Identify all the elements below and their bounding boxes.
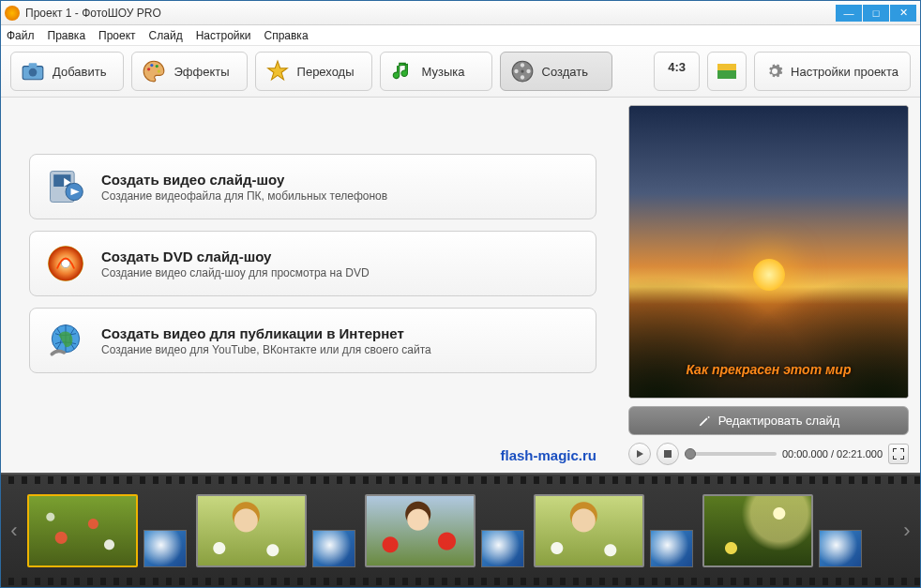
svg-point-6 xyxy=(158,69,160,72)
tab-transitions-label: Переходы xyxy=(297,65,355,79)
play-button[interactable] xyxy=(628,443,651,465)
seek-thumb[interactable] xyxy=(685,448,696,460)
menu-edit[interactable]: Правка xyxy=(48,29,86,42)
option-create-dvd[interactable]: Создать DVD слайд-шоу Создание видео сла… xyxy=(29,231,596,296)
content-area: Создать видео слайд-шоу Создание видеофа… xyxy=(1,98,920,473)
timeline-scroll-right[interactable]: › xyxy=(898,519,916,543)
slide-caption: Как прекрасен этот мир xyxy=(629,362,908,377)
svg-point-8 xyxy=(520,63,523,67)
stop-icon xyxy=(664,450,672,458)
window-title: Проект 1 - ФотоШОУ PRO xyxy=(25,7,835,20)
tab-music[interactable]: Музыка xyxy=(380,52,492,91)
svg-point-11 xyxy=(514,69,518,73)
svg-point-5 xyxy=(156,65,159,68)
option-title: Создать DVD слайд-шоу xyxy=(101,249,370,264)
tab-create-label: Создать xyxy=(542,65,588,79)
slide-thumbnail[interactable]: 1612.0 xyxy=(534,494,644,567)
play-icon xyxy=(635,449,644,459)
tab-effects[interactable]: Эффекты xyxy=(131,52,247,91)
option-desc: Создание видеофайла для ПК, мобильных те… xyxy=(101,189,387,203)
pencil-icon xyxy=(698,415,711,428)
option-desc: Создание видео слайд-шоу для просмотра н… xyxy=(101,266,370,279)
menu-settings[interactable]: Настройки xyxy=(196,29,251,42)
maximize-button[interactable]: □ xyxy=(863,5,889,22)
svg-rect-2 xyxy=(29,63,38,67)
aspect-ratio-button[interactable]: 4:3 xyxy=(654,52,700,91)
svg-point-3 xyxy=(147,68,150,70)
svg-rect-15 xyxy=(717,70,736,79)
background-button[interactable] xyxy=(707,52,747,91)
transition-thumbnail[interactable]: 2.0 xyxy=(143,530,187,567)
menu-slide[interactable]: Слайд xyxy=(149,29,183,42)
close-button[interactable]: ✕ xyxy=(890,5,916,22)
slide-thumbnail[interactable]: 1514.0 xyxy=(365,494,476,567)
option-title: Создать видео для публикации в Интернет xyxy=(101,325,431,341)
globe-icon xyxy=(45,320,86,361)
stop-button[interactable] xyxy=(657,443,679,465)
svg-rect-14 xyxy=(717,64,736,70)
slide-thumbnail[interactable]: 1310.0 xyxy=(27,494,138,567)
svg-rect-23 xyxy=(664,450,672,458)
timeline: ‹ 1310.02.01413.07.01514.07.01612.05.017… xyxy=(1,473,920,587)
fullscreen-icon xyxy=(893,448,904,460)
transition-thumbnail[interactable]: 5.0 xyxy=(819,530,862,567)
slide-group: 1612.05.0 xyxy=(534,494,693,567)
reel-icon xyxy=(510,59,535,83)
tab-music-label: Музыка xyxy=(422,65,465,79)
svg-point-9 xyxy=(526,69,530,73)
menu-file[interactable]: Файл xyxy=(7,29,35,42)
slide-group: 1514.07.0 xyxy=(365,494,524,567)
edit-slide-button[interactable]: Редактировать слайд xyxy=(628,406,909,435)
project-settings-button[interactable]: Настройки проекта xyxy=(754,52,911,91)
create-options-panel: Создать видео слайд-шоу Создание видеофа… xyxy=(1,98,625,473)
slide-group: 1413.07.0 xyxy=(196,494,355,567)
project-settings-label: Настройки проекта xyxy=(791,65,898,79)
slide-thumbnail[interactable]: 1413.0 xyxy=(196,494,307,567)
transition-thumbnail[interactable]: 7.0 xyxy=(481,530,524,567)
time-display: 00:00.000 / 02:21.000 xyxy=(782,448,883,460)
picture-icon xyxy=(717,64,736,79)
star-icon xyxy=(265,59,290,83)
svg-rect-17 xyxy=(53,174,70,187)
tab-transitions[interactable]: Переходы xyxy=(255,52,372,91)
svg-point-10 xyxy=(520,75,523,79)
toolbar: Добавить Эффекты Переходы Музыка Создать xyxy=(1,46,920,98)
palette-icon xyxy=(142,59,166,83)
tab-effects-label: Эффекты xyxy=(174,65,229,79)
option-desc: Создание видео для YouTube, ВКонтакте ил… xyxy=(101,343,431,356)
svg-point-12 xyxy=(521,69,523,72)
seek-bar[interactable] xyxy=(685,452,777,456)
preview-viewport[interactable]: Как прекрасен этот мир xyxy=(628,105,909,399)
watermark-text: flash-magic.ru xyxy=(500,447,596,463)
video-file-icon xyxy=(45,166,86,207)
timeline-track[interactable]: 1310.02.01413.07.01514.07.01612.05.01710… xyxy=(27,494,894,567)
svg-point-4 xyxy=(151,64,154,67)
preview-panel: Как прекрасен этот мир Редактировать сла… xyxy=(625,98,920,473)
titlebar: Проект 1 - ФотоШОУ PRO — □ ✕ xyxy=(1,1,920,25)
menu-help[interactable]: Справка xyxy=(264,29,308,42)
transition-thumbnail[interactable]: 5.0 xyxy=(650,530,693,567)
slide-group: 1710.05.0 xyxy=(702,494,862,567)
option-create-internet[interactable]: Создать видео для публикации в Интернет … xyxy=(29,308,596,373)
menu-project[interactable]: Проект xyxy=(98,29,136,42)
slide-thumbnail[interactable]: 1710.0 xyxy=(702,494,813,567)
slide-group: 1310.02.0 xyxy=(27,494,187,567)
camera-icon xyxy=(21,59,45,83)
transition-thumbnail[interactable]: 7.0 xyxy=(312,530,355,567)
timeline-scroll-left[interactable]: ‹ xyxy=(5,519,23,543)
gear-icon xyxy=(766,63,783,80)
tab-add-label: Добавить xyxy=(53,65,106,79)
music-icon xyxy=(390,59,415,83)
edit-slide-label: Редактировать слайд xyxy=(718,414,840,428)
svg-point-1 xyxy=(29,68,38,77)
fullscreen-button[interactable] xyxy=(888,444,909,464)
option-title: Создать видео слайд-шоу xyxy=(101,172,387,188)
option-create-video[interactable]: Создать видео слайд-шоу Создание видеофа… xyxy=(29,154,596,219)
menubar: Файл Правка Проект Слайд Настройки Справ… xyxy=(1,25,920,46)
dvd-icon xyxy=(45,243,86,284)
tab-add[interactable]: Добавить xyxy=(10,52,124,91)
minimize-button[interactable]: — xyxy=(836,5,862,22)
tab-create[interactable]: Создать xyxy=(500,52,612,91)
player-controls: 00:00.000 / 02:21.000 xyxy=(628,443,909,465)
app-icon xyxy=(5,6,20,21)
